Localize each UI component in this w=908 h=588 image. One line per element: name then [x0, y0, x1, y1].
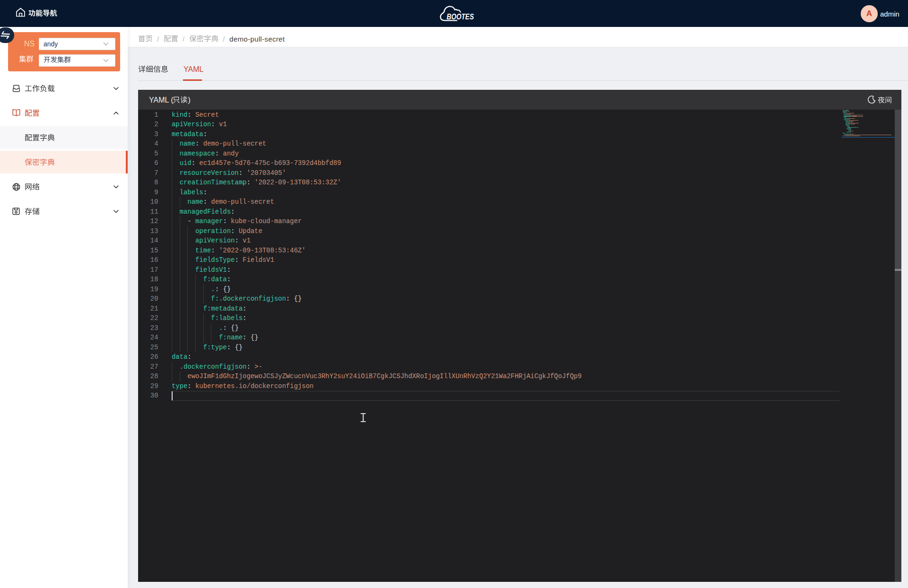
svg-text:BOOTES: BOOTES [447, 12, 474, 21]
